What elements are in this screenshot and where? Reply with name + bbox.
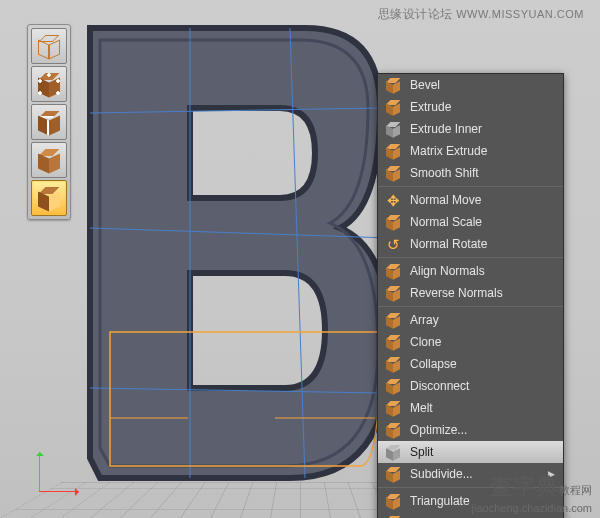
menu-item-normal-rotate[interactable]: ↺Normal Rotate [378, 233, 563, 255]
face-mode-button[interactable] [31, 142, 67, 178]
menu-item-label: Bevel [410, 78, 555, 92]
menu-item-label: Disconnect [410, 379, 555, 393]
menu-item-label: Normal Rotate [410, 237, 555, 251]
context-menu: BevelExtrudeExtrude InnerMatrix ExtrudeS… [377, 73, 564, 518]
menu-item-label: Clone [410, 335, 555, 349]
normal-move-icon: ✥ [384, 191, 402, 209]
cube-icon [384, 492, 402, 510]
menu-item-label: Matrix Extrude [410, 144, 555, 158]
object-mode-button[interactable] [31, 28, 67, 64]
mode-toolbar [27, 24, 71, 220]
cube-icon [384, 262, 402, 280]
menu-item-split[interactable]: Split [378, 441, 563, 463]
menu-item-extrude-inner[interactable]: Extrude Inner [378, 118, 563, 140]
menu-item-collapse[interactable]: Collapse [378, 353, 563, 375]
cube-icon [384, 164, 402, 182]
menu-item-melt[interactable]: Melt [378, 397, 563, 419]
cube-icon [384, 76, 402, 94]
menu-item-reverse-normals[interactable]: Reverse Normals [378, 282, 563, 304]
menu-item-label: Extrude [410, 100, 555, 114]
menu-item-array[interactable]: Array [378, 309, 563, 331]
menu-item-label: Collapse [410, 357, 555, 371]
cube-icon [384, 443, 402, 461]
menu-item-label: Align Normals [410, 264, 555, 278]
cube-icon [384, 514, 402, 518]
axis-gizmo[interactable] [35, 452, 75, 492]
vertex-mode-button[interactable] [31, 66, 67, 102]
menu-item-extrude[interactable]: Extrude [378, 96, 563, 118]
edge-mode-icon [38, 111, 60, 133]
cube-icon [384, 311, 402, 329]
object-mode-icon [38, 35, 60, 57]
menu-item-smooth-shift[interactable]: Smooth Shift [378, 162, 563, 184]
cube-icon [384, 333, 402, 351]
cube-icon [384, 98, 402, 116]
cube-icon [384, 399, 402, 417]
cube-icon [384, 421, 402, 439]
edge-mode-button[interactable] [31, 104, 67, 140]
menu-item-align-normals[interactable]: Align Normals [378, 260, 563, 282]
cube-icon [384, 355, 402, 373]
cube-icon [384, 284, 402, 302]
face-mode-icon [38, 149, 60, 171]
menu-item-label: Melt [410, 401, 555, 415]
menu-item-label: Reverse Normals [410, 286, 555, 300]
axis-y [39, 452, 40, 492]
cube-icon [384, 377, 402, 395]
cube-icon [384, 465, 402, 483]
watermark-top: 思缘设计论坛 WWW.MISSYUAN.COM [378, 6, 584, 23]
menu-item-label: Smooth Shift [410, 166, 555, 180]
menu-item-label: Normal Scale [410, 215, 555, 229]
cube-icon [384, 213, 402, 231]
menu-separator [378, 186, 563, 187]
normal-rotate-icon: ↺ [384, 235, 402, 253]
menu-item-normal-move[interactable]: ✥Normal Move [378, 189, 563, 211]
menu-item-label: Optimize... [410, 423, 555, 437]
polygon-mode-button[interactable] [31, 180, 67, 216]
menu-item-label: Extrude Inner [410, 122, 555, 136]
menu-item-label: Split [410, 445, 555, 459]
menu-separator [378, 306, 563, 307]
menu-item-label: Array [410, 313, 555, 327]
menu-item-clone[interactable]: Clone [378, 331, 563, 353]
menu-item-bevel[interactable]: Bevel [378, 74, 563, 96]
cube-icon [384, 142, 402, 160]
menu-item-optimize[interactable]: Optimize... [378, 419, 563, 441]
menu-separator [378, 257, 563, 258]
axis-x [39, 491, 79, 492]
menu-item-label: Normal Move [410, 193, 555, 207]
model-letter-b[interactable] [60, 18, 400, 498]
cube-icon [384, 120, 402, 138]
watermark-bottom: 查字典教程网 jiaocheng.chazidian.com [472, 472, 592, 514]
menu-item-matrix-extrude[interactable]: Matrix Extrude [378, 140, 563, 162]
menu-item-normal-scale[interactable]: Normal Scale [378, 211, 563, 233]
menu-item-disconnect[interactable]: Disconnect [378, 375, 563, 397]
polygon-mode-icon [38, 187, 60, 209]
vertex-mode-icon [38, 73, 60, 95]
